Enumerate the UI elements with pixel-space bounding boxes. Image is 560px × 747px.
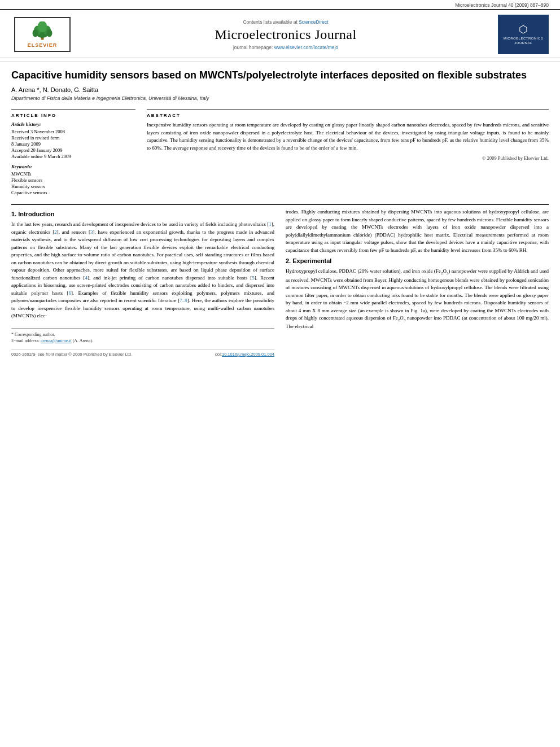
copyright-line: © 2009 Published by Elsevier Ltd. <box>147 155 549 161</box>
article-info-col: ARTICLE INFO Article history: Received 3… <box>11 109 135 196</box>
sciencedirect-link[interactable]: ScienceDirect <box>299 19 328 25</box>
section-divider <box>11 204 549 205</box>
elsevier-tree-icon <box>28 21 56 41</box>
footer-bar: 0026-2692/$- see front matter © 2009 Pub… <box>11 349 274 357</box>
ref-4[interactable]: 4 <box>85 275 88 281</box>
ref-3[interactable]: 3 <box>90 229 93 235</box>
received-date: Received 3 November 2008 <box>11 129 135 134</box>
svg-point-5 <box>33 29 38 37</box>
ref-5[interactable]: 5 <box>252 275 255 281</box>
footnote-corresponding: * Corresponding author. <box>11 332 274 337</box>
keyword-3: Humidity sensors <box>11 184 135 189</box>
article-title: Capacitive humidity sensors based on MWC… <box>11 69 549 82</box>
journal-logo-title: MICROELECTRONICS JOURNAL <box>498 37 548 46</box>
journal-logo-icon: ⬡ <box>519 23 528 36</box>
ref-1[interactable]: 1 <box>269 221 272 227</box>
authors: A. Arena *, N. Donato, G. Saitta <box>11 86 549 93</box>
ref-6[interactable]: 6 <box>68 290 71 296</box>
journal-title-banner: Microelectronics Journal <box>73 27 498 42</box>
article-history-label: Article history: <box>11 121 135 127</box>
intro-title: 1. Introduction <box>11 211 274 217</box>
journal-ref: Microelectronics Journal 40 (2009) 887–8… <box>455 2 549 8</box>
abstract-heading: ABSTRACT <box>147 113 549 118</box>
abstract-col: ABSTRACT Inexpensive humidity sensors op… <box>147 109 549 196</box>
keyword-2: Flexible sensors <box>11 177 135 183</box>
journal-banner: ELSEVIER Contents lists available at Sci… <box>0 9 560 58</box>
svg-point-4 <box>38 21 47 32</box>
article-info-heading: ARTICLE INFO <box>11 113 135 118</box>
homepage-link[interactable]: www.elsevier.com/locate/mejo <box>274 45 338 50</box>
ref-2[interactable]: 2 <box>54 229 57 235</box>
elsevier-label: ELSEVIER <box>28 42 58 48</box>
elsevier-logo: ELSEVIER <box>11 15 73 54</box>
homepage-line: journal homepage: www.elsevier.com/locat… <box>73 45 498 50</box>
abstract-text: Inexpensive humidity sensors operating a… <box>147 121 549 152</box>
keyword-4: Capacitive sensors <box>11 190 135 195</box>
ref-7-9[interactable]: 7–9 <box>180 298 187 303</box>
journal-logo-right: ⬡ MICROELECTRONICS JOURNAL <box>498 15 549 54</box>
article-info-abstract-section: ARTICLE INFO Article history: Received 3… <box>11 109 549 196</box>
footer-doi: doi:10.1016/j.mejo.2009.01.004 <box>215 352 274 357</box>
journal-meta-line: Microelectronics Journal 40 (2009) 887–8… <box>0 0 560 9</box>
footnote-area: * Corresponding author. E-mail address: … <box>11 328 274 343</box>
journal-center-header: Contents lists available at ScienceDirec… <box>73 19 498 50</box>
keyword-1: MWCNTs <box>11 171 135 177</box>
page-wrapper: Microelectronics Journal 40 (2009) 887–8… <box>0 0 560 747</box>
footnote-email: E-mail address: arenaa@unime.it (A. Aren… <box>11 338 274 343</box>
svg-point-6 <box>47 29 53 37</box>
revised-date: 8 January 2009 <box>11 141 135 147</box>
intro-continuation: trodes. Highly conducting mixtures obtai… <box>286 208 549 254</box>
available-date: Available online 9 March 2009 <box>11 154 135 159</box>
email-link[interactable]: arenaa@unime.it <box>41 338 72 343</box>
intro-paragraph: In the last few years, research and deve… <box>11 221 274 320</box>
doi-link[interactable]: 10.1016/j.mejo.2009.01.004 <box>222 352 274 357</box>
contents-line: Contents lists available at ScienceDirec… <box>73 19 498 25</box>
body-two-col: 1. Introduction In the last few years, r… <box>11 208 549 357</box>
experimental-title: 2. Experimental <box>286 257 549 264</box>
revised-label: Received in revised form <box>11 135 135 141</box>
experimental-paragraph: Hydroxypropyl cellulose, PDDAC (20% wate… <box>286 268 549 331</box>
left-body-col: 1. Introduction In the last few years, r… <box>11 208 274 357</box>
keywords-label: Keywords: <box>11 164 135 169</box>
journal-header: Microelectronics Journal 40 (2009) 887–8… <box>0 0 560 62</box>
main-content: Capacitive humidity sensors based on MWC… <box>0 62 560 368</box>
footer-issn: 0026-2692/$- see front matter © 2009 Pub… <box>11 352 132 357</box>
affiliation: Dipartimento di Fisica della Materia e I… <box>11 95 549 101</box>
accepted-date: Accepted 20 January 2009 <box>11 147 135 153</box>
right-body-col: trodes. Highly conducting mixtures obtai… <box>286 208 549 357</box>
